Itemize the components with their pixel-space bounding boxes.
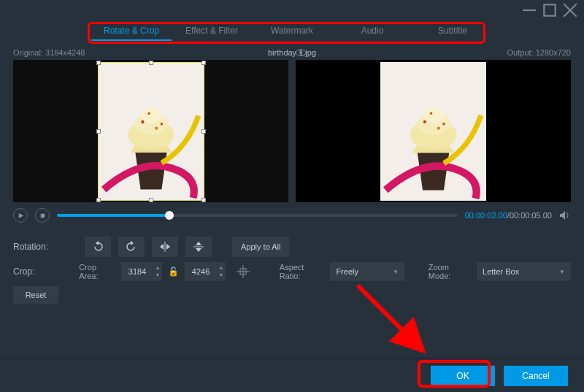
aspect-ratio-select[interactable]: Freely▼ (330, 262, 404, 281)
svg-point-11 (155, 126, 158, 129)
flip-vertical-button[interactable] (185, 237, 212, 257)
total-time: 00:00:05.00 (510, 211, 552, 220)
tab-rotate-crop[interactable]: Rotate & Crop (91, 20, 172, 41)
aspect-ratio-label: Aspect Ratio: (280, 263, 323, 280)
svg-point-10 (141, 120, 144, 123)
center-crop-icon[interactable] (233, 265, 253, 278)
controls-panel: Rotation: Apply to All Crop: Crop Area: (0, 227, 584, 306)
svg-point-21 (442, 123, 445, 126)
tab-subtitle[interactable]: Subtitle (412, 20, 493, 41)
close-button[interactable] (562, 2, 578, 18)
output-image (380, 62, 486, 201)
maximize-button[interactable] (542, 2, 558, 18)
tab-bar: Rotate & Crop Effect & Filter Watermark … (0, 20, 584, 42)
crop-area-label: Crop Area: (79, 263, 114, 280)
svg-point-20 (430, 112, 432, 115)
reset-button[interactable]: Reset (13, 286, 58, 304)
svg-rect-23 (40, 213, 44, 217)
playback-bar: 00:00:02.00/00:00:05.00 (0, 202, 584, 227)
tab-effect-filter[interactable]: Effect & Filter (172, 20, 252, 41)
output-preview (296, 60, 571, 202)
preview-row (0, 60, 584, 202)
svg-point-18 (423, 120, 426, 123)
crop-label: Crop: (13, 266, 72, 277)
svg-marker-31 (196, 242, 201, 245)
zoom-mode-select[interactable]: Letter Box▼ (477, 262, 571, 281)
stop-button[interactable] (35, 208, 50, 223)
progress-slider[interactable] (57, 214, 458, 217)
cancel-button[interactable]: Cancel (504, 366, 568, 386)
svg-point-13 (160, 123, 162, 125)
flip-horizontal-button[interactable] (152, 237, 178, 257)
svg-point-19 (437, 126, 440, 129)
zoom-mode-label: Zoom Mode: (429, 263, 469, 280)
current-time: 00:00:02.00 (465, 211, 507, 220)
svg-marker-24 (560, 211, 565, 220)
volume-icon[interactable] (559, 210, 571, 220)
svg-marker-25 (96, 241, 99, 245)
footer: OK Cancel (0, 358, 584, 392)
crop-width-up[interactable]: ▲ (153, 264, 162, 272)
filename-label: birthday 1.jpg (268, 48, 316, 57)
crop-height-down[interactable]: ▼ (217, 272, 226, 279)
original-preview[interactable] (13, 60, 288, 202)
svg-marker-28 (160, 244, 164, 250)
chevron-down-icon: ▼ (393, 269, 399, 275)
svg-point-12 (147, 112, 150, 114)
minimize-button[interactable] (521, 2, 537, 18)
apply-to-all-button[interactable]: Apply to All (232, 237, 289, 257)
original-image (99, 63, 204, 200)
time-display: 00:00:02.00/00:00:05.00 (465, 211, 552, 220)
original-size-label: Original: 3184x4248 (13, 48, 85, 57)
svg-marker-29 (166, 244, 170, 250)
crop-height-input[interactable] (185, 267, 217, 276)
output-size-label: Output: 1280x720 (507, 48, 571, 57)
crop-height-spinner[interactable]: ▲▼ (185, 262, 226, 281)
crop-width-input[interactable] (121, 267, 153, 276)
chevron-down-icon: ▼ (559, 269, 565, 275)
crop-width-down[interactable]: ▼ (153, 272, 162, 279)
svg-marker-26 (131, 241, 134, 245)
ok-button[interactable]: OK (431, 366, 495, 386)
svg-marker-32 (196, 248, 201, 252)
rotate-right-button[interactable] (118, 237, 145, 257)
svg-rect-1 (544, 4, 555, 15)
crop-handles[interactable] (98, 62, 204, 201)
rotation-label: Rotation: (13, 242, 77, 252)
svg-marker-22 (18, 212, 23, 218)
aspect-lock-icon[interactable]: 🔓 (166, 266, 180, 277)
crop-width-spinner[interactable]: ▲▼ (121, 262, 162, 281)
rotate-left-button[interactable] (85, 237, 111, 257)
tab-audio[interactable]: Audio (332, 20, 412, 41)
tab-watermark[interactable]: Watermark (252, 20, 332, 41)
titlebar (0, 0, 584, 20)
crop-height-up[interactable]: ▲ (217, 264, 226, 272)
play-button[interactable] (13, 208, 28, 223)
meta-row: Original: 3184x4248 birthday 1.jpg Outpu… (0, 42, 584, 60)
editor-window: Rotate & Crop Effect & Filter Watermark … (0, 0, 584, 392)
